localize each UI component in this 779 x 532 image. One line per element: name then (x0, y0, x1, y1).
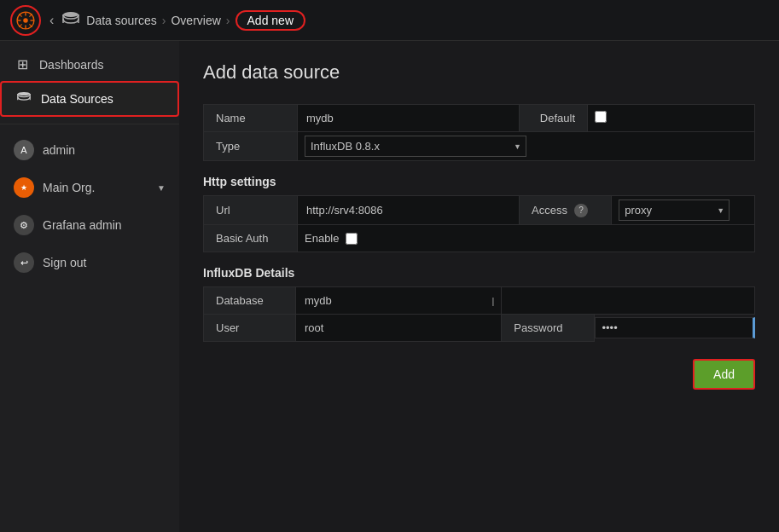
org-icon: ★ (14, 177, 34, 198)
settings-icon: ⚙ (14, 215, 34, 235)
sidebar-item-data-sources[interactable]: Data Sources (0, 81, 179, 117)
chevron-down-icon: ▼ (157, 183, 166, 193)
sidebar-divider (0, 124, 179, 124)
enable-row: Enable (305, 232, 747, 245)
breadcrumb-data-sources[interactable]: Data sources (86, 14, 156, 27)
signout-icon: ↩ (14, 252, 34, 273)
database-input[interactable] (303, 291, 494, 310)
database-row: Database | (204, 287, 755, 315)
enable-label: Enable (305, 232, 339, 245)
sidebar: ⊞ Dashboards Data Sources A admin ★ Main (0, 41, 179, 532)
basic-auth-row: Basic Auth Enable (204, 225, 755, 252)
sidebar-main-org-label: Main Org. (43, 181, 95, 194)
database-label: Database (204, 287, 296, 315)
sidebar-sign-out-label: Sign out (43, 256, 86, 269)
user-label: User (204, 315, 296, 342)
sidebar-item-main-org[interactable]: ★ Main Org. ▼ (0, 169, 179, 206)
default-label: Default (520, 105, 588, 132)
dashboards-icon: ⊞ (14, 56, 31, 72)
breadcrumb-sep2: › (226, 14, 230, 27)
access-select-wrapper: proxy direct (619, 200, 730, 221)
sidebar-item-grafana-admin[interactable]: ⚙ Grafana admin (0, 206, 179, 244)
svg-point-10 (63, 12, 78, 17)
content-area: Add data source Name Default Type (179, 41, 779, 532)
svg-point-11 (18, 92, 30, 95)
basic-auth-label: Basic Auth (204, 225, 298, 252)
password-input[interactable] (602, 321, 746, 334)
password-wrap (595, 317, 755, 338)
name-input[interactable] (305, 108, 512, 128)
influxdb-form-table: Database | User Password (203, 286, 755, 342)
influxdb-details-heading: InfluxDB Details (203, 266, 755, 280)
access-select[interactable]: proxy direct (619, 200, 730, 221)
type-select[interactable]: InfluxDB 0.8.x InfluxDB Graphite OpenTSD… (305, 136, 526, 157)
user-input-cell (296, 315, 502, 342)
main-layout: ⊞ Dashboards Data Sources A admin ★ Main (0, 41, 779, 532)
topnav: ‹ Data sources › Overview › Add new (0, 0, 779, 41)
basic-form-table: Name Default Type InfluxDB 0.8.x (203, 104, 755, 161)
access-label-cell: Access ? (520, 196, 612, 225)
add-button[interactable]: Add (693, 359, 755, 390)
page-title: Add data source (203, 61, 755, 84)
sidebar-item-data-sources-label: Data Sources (41, 92, 113, 106)
database-extra-cell (502, 287, 755, 315)
default-checkbox[interactable] (595, 111, 607, 123)
name-label: Name (204, 105, 298, 132)
type-select-wrapper: InfluxDB 0.8.x InfluxDB Graphite OpenTSD… (305, 136, 526, 157)
url-input[interactable] (305, 200, 512, 220)
password-input-cell (594, 315, 755, 342)
access-label: Access (532, 204, 567, 217)
sidebar-item-admin[interactable]: A admin (0, 131, 179, 169)
name-input-cell (298, 105, 520, 132)
sidebar-admin-label: admin (43, 143, 75, 157)
enable-checkbox[interactable] (346, 233, 358, 245)
name-row: Name Default (204, 105, 755, 132)
sidebar-item-dashboards[interactable]: ⊞ Dashboards (0, 48, 179, 81)
user-input[interactable] (303, 318, 494, 338)
breadcrumb-overview[interactable]: Overview (171, 14, 220, 27)
type-select-cell: InfluxDB 0.8.x InfluxDB Graphite OpenTSD… (298, 132, 755, 161)
http-form-table: Url Access ? proxy (203, 195, 755, 252)
svg-point-1 (23, 18, 28, 23)
sidebar-item-dashboards-label: Dashboards (39, 58, 104, 72)
type-label: Type (204, 132, 298, 161)
url-input-cell (298, 196, 520, 225)
access-select-cell: proxy direct (612, 196, 755, 225)
url-row: Url Access ? proxy (204, 196, 755, 225)
back-button[interactable]: ‹ (49, 13, 54, 28)
type-row: Type InfluxDB 0.8.x InfluxDB Graphite Op… (204, 132, 755, 161)
datasource-icon (62, 12, 79, 28)
data-sources-icon (15, 91, 32, 107)
default-checkbox-cell (588, 105, 755, 132)
password-label: Password (502, 315, 594, 342)
basic-auth-cell: Enable (298, 225, 755, 252)
sidebar-item-sign-out[interactable]: ↩ Sign out (0, 244, 179, 281)
database-input-cell: | (296, 287, 502, 315)
user-row: User Password (204, 315, 755, 342)
breadcrumb-add-new[interactable]: Add new (235, 10, 305, 31)
sidebar-grafana-admin-label: Grafana admin (43, 218, 122, 232)
access-help-icon[interactable]: ? (574, 204, 588, 217)
http-settings-heading: Http settings (203, 175, 755, 188)
breadcrumb-sep1: › (162, 14, 166, 27)
access-row: Access ? (532, 204, 599, 217)
app-logo[interactable] (10, 5, 41, 36)
avatar: A (14, 140, 34, 160)
url-label: Url (204, 196, 298, 225)
breadcrumb: Data sources › Overview › Add new (86, 10, 305, 31)
